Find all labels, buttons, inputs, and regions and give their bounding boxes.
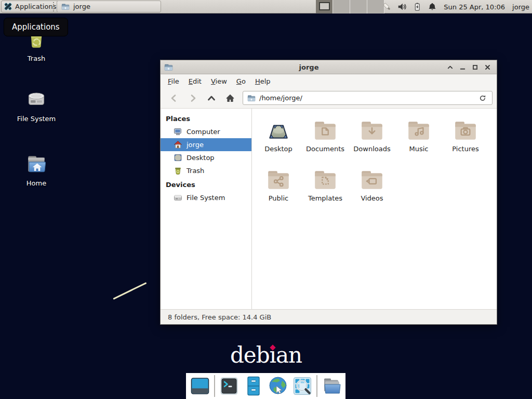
- dock-web-browser-button[interactable]: [268, 376, 288, 396]
- panel-user-menu[interactable]: jorge: [512, 3, 529, 11]
- taskbar-window-button[interactable]: jorge: [57, 1, 161, 12]
- file-item-label: Downloads: [353, 145, 390, 153]
- folder-icon: [265, 167, 291, 193]
- applications-menu-button[interactable]: Applications: [1, 1, 61, 12]
- shade-button[interactable]: [445, 62, 456, 73]
- applications-tooltip: Applications: [4, 18, 68, 36]
- dock-show-desktop-button[interactable]: [190, 376, 210, 396]
- dock-app-finder-button[interactable]: [292, 376, 313, 396]
- menu-edit[interactable]: Edit: [184, 75, 206, 87]
- forward-button[interactable]: [183, 90, 202, 106]
- file-item-label: Desktop: [264, 145, 292, 153]
- file-item-public[interactable]: Public: [255, 165, 302, 214]
- folder-icon: [61, 3, 70, 11]
- desktop-icon-label: Trash: [28, 55, 45, 62]
- menu-help[interactable]: Help: [250, 75, 275, 87]
- stylus-icon[interactable]: [382, 2, 392, 12]
- sidebar-item-label: Computer: [187, 128, 220, 136]
- menu-view[interactable]: View: [206, 75, 232, 87]
- file-item-label: Pictures: [452, 145, 478, 153]
- close-button[interactable]: [482, 62, 493, 73]
- file-item-downloads[interactable]: Downloads: [349, 115, 395, 165]
- path-bar[interactable]: /home/jorge/: [243, 91, 493, 105]
- reload-icon: [478, 94, 487, 102]
- sidebar: PlacesComputerjorgeDesktopTrashDevicesFi…: [161, 109, 252, 309]
- file-item-label: Documents: [306, 145, 344, 153]
- video-emblem-icon: [359, 167, 385, 193]
- workspace-1[interactable]: [316, 0, 333, 14]
- folder-icon: [312, 117, 338, 143]
- sidebar-item-label: Trash: [187, 167, 204, 175]
- battery-charging-icon[interactable]: [412, 2, 422, 12]
- workspace-2[interactable]: [333, 0, 350, 14]
- menu-go[interactable]: Go: [232, 75, 250, 87]
- volume-icon[interactable]: [397, 2, 407, 12]
- toolbar: /home/jorge/: [161, 88, 497, 109]
- up-button[interactable]: [202, 90, 221, 106]
- taskbar-window-label: jorge: [73, 3, 90, 10]
- desktop-icon-file-system[interactable]: File System: [8, 86, 65, 123]
- file-grid: DesktopDocumentsDownloadsMusicPicturesPu…: [252, 109, 497, 309]
- file-cabinet-icon: [243, 376, 264, 396]
- folder-icon: [406, 117, 432, 143]
- path-folder-icon: [247, 94, 256, 102]
- computer-icon: [174, 127, 182, 136]
- status-bar: 8 folders, Free space: 14.4 GiB: [161, 309, 497, 324]
- sidebar-item-file-system[interactable]: File System: [161, 191, 251, 204]
- file-item-music[interactable]: Music: [395, 115, 442, 165]
- file-manager-icon: [321, 376, 342, 396]
- sidebar-item-computer[interactable]: Computer: [161, 125, 251, 138]
- notifications-icon[interactable]: [427, 2, 437, 12]
- panel-clock[interactable]: Sun 25 Apr, 10:06: [444, 3, 505, 11]
- dock-file-manager-button[interactable]: [321, 376, 342, 396]
- window-content: PlacesComputerjorgeDesktopTrashDevicesFi…: [161, 109, 497, 309]
- xfce-applications-icon: [4, 2, 12, 11]
- home-icon: [174, 140, 182, 149]
- sidebar-item-trash[interactable]: Trash: [161, 164, 251, 177]
- home-button[interactable]: [221, 90, 240, 106]
- maximize-button[interactable]: [470, 62, 481, 73]
- reload-button[interactable]: [477, 93, 488, 103]
- window-titlebar[interactable]: jorge: [161, 60, 497, 74]
- nav-buttons: [165, 90, 240, 106]
- dock-file-cabinet-button[interactable]: [243, 376, 264, 396]
- file-item-templates[interactable]: Templates: [302, 165, 349, 214]
- file-item-pictures[interactable]: Pictures: [442, 115, 489, 165]
- minimize-button[interactable]: [457, 62, 468, 73]
- panel-right-area: Sun 25 Apr, 10:06 jorge: [382, 0, 529, 14]
- bottom-dock: [186, 373, 345, 399]
- drive-icon: [23, 86, 49, 112]
- desktop-icon-label: Home: [26, 179, 46, 187]
- file-item-label: Music: [409, 145, 429, 153]
- dock-separator: [316, 375, 317, 397]
- desktop-line-artifact: [113, 282, 147, 300]
- top-panel: Applications jorge Sun 25 Apr, 10:06 jor…: [0, 0, 532, 14]
- camera-emblem-icon: [453, 117, 478, 143]
- file-item-desktop[interactable]: Desktop: [255, 115, 302, 165]
- desktop-special-icon: [265, 117, 291, 143]
- file-item-label: Public: [269, 194, 288, 202]
- file-item-videos[interactable]: Videos: [349, 165, 395, 214]
- dock-terminal-button[interactable]: [219, 376, 240, 396]
- sidebar-item-jorge[interactable]: jorge: [161, 138, 251, 151]
- workspace-3[interactable]: [350, 0, 367, 14]
- share-emblem-icon: [265, 167, 291, 193]
- desktop-icon-home[interactable]: Home: [8, 151, 65, 187]
- tasklist-handle[interactable]: [53, 2, 55, 11]
- document-emblem-icon: [312, 117, 338, 143]
- debian-logo-pre: deb: [230, 342, 270, 368]
- trash-icon: [174, 166, 182, 175]
- sidebar-item-label: Desktop: [187, 154, 215, 162]
- sidebar-item-desktop[interactable]: Desktop: [161, 151, 251, 164]
- folder-icon: [359, 167, 385, 193]
- path-input[interactable]: /home/jorge/: [259, 94, 474, 102]
- file-item-documents[interactable]: Documents: [302, 115, 349, 165]
- dock-separator: [214, 375, 215, 397]
- menu-file[interactable]: File: [163, 75, 184, 87]
- back-button[interactable]: [165, 90, 183, 106]
- workspace-switcher: [316, 0, 384, 14]
- template-emblem-icon: [312, 167, 338, 193]
- debian-logo-post: an: [276, 342, 302, 368]
- terminal-icon: [219, 376, 240, 396]
- window-title: jorge: [176, 63, 442, 71]
